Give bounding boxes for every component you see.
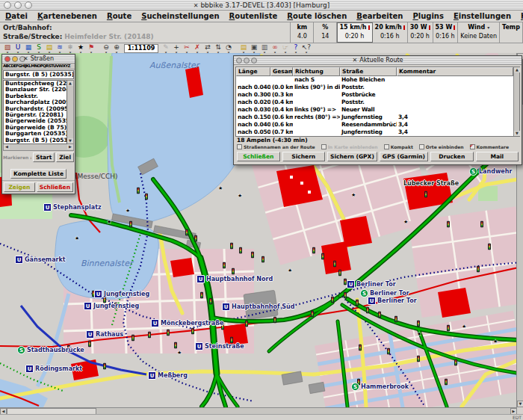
selected-street-entry[interactable]: Burgstr. (B 5) (20535) xyxy=(3,70,74,79)
menu-item[interactable]: Datei xyxy=(5,12,28,20)
scroll-down-icon[interactable]: ▼ xyxy=(67,138,73,143)
stat-cell[interactable]: 30 W▾ 0:20 h xyxy=(408,22,433,43)
scale-input[interactable]: 1:11109 xyxy=(124,44,158,53)
menu-item[interactable]: Einstellungen xyxy=(454,12,511,20)
zeigen-button[interactable]: Zeigen xyxy=(4,182,35,192)
checkbox-icon[interactable] xyxy=(384,144,389,149)
swap-direction-icon[interactable]: ⇄▾ xyxy=(202,43,213,54)
column-header[interactable]: Straße xyxy=(340,67,397,76)
stat-cell[interactable]: %▾ 14 xyxy=(314,22,337,43)
checkbox-icon[interactable] xyxy=(419,144,424,149)
ort-bahnhof-row[interactable]: Ort/Bahnhof: xyxy=(3,23,287,32)
stat-cell[interactable]: 15 km/h▾ 0:20 h xyxy=(337,22,372,43)
context-help-icon[interactable]: ↖?▾ xyxy=(301,43,312,54)
stat-cell[interactable]: Temp▾ xyxy=(500,22,523,43)
schliessen-button[interactable]: Schließen xyxy=(37,182,73,192)
stat-cell[interactable]: km▾ 4.0 xyxy=(291,22,314,43)
stat-cell[interactable]: 53 W▾ 0:16 h xyxy=(433,22,459,43)
scroll-down-icon[interactable]: ▼ xyxy=(514,131,520,136)
stat-cell[interactable]: Wind▾ Keine Daten xyxy=(458,22,500,43)
checkbox-icon[interactable] xyxy=(321,144,327,149)
street-list-scrollbar[interactable]: ▲ ▼ xyxy=(67,80,74,144)
open-file-icon[interactable]: ▤▾ xyxy=(238,43,249,54)
scroll-up-icon[interactable]: ▲ xyxy=(67,81,73,86)
start-button[interactable]: Start xyxy=(33,152,55,162)
stat-cell[interactable]: 20 km/h▾ 0:16 h xyxy=(373,22,408,43)
print-icon[interactable]: ▥▾ xyxy=(259,43,270,54)
menu-item[interactable]: Kartenebenen xyxy=(37,12,97,20)
route-action-button[interactable]: Sichern (GPX) xyxy=(327,152,377,161)
route-action-button[interactable]: Mail xyxy=(476,152,519,161)
route-action-button[interactable]: Drucken xyxy=(430,152,474,161)
table-row[interactable]: nach 0.040 km(0.0 km) links (90°) in die… xyxy=(236,84,513,91)
alphabet-index[interactable]: ABCDEFGHIJKLMNOPQRSTUVWXYZ xyxy=(2,64,75,70)
flag-layer-icon[interactable]: ⚑▾ xyxy=(86,43,96,54)
route-action-button[interactable]: GPS (Garmin) xyxy=(380,152,428,161)
scroll-down-icon[interactable]: ▼ xyxy=(517,401,523,407)
route-window-titlebar[interactable]: ✕Aktuelle Route xyxy=(234,56,522,65)
map-horizontal-scrollbar[interactable]: ◀ ▶ xyxy=(0,407,517,414)
strasse-strecke-row[interactable]: Straße/Strecke:Heimfelder Str. (20148) xyxy=(3,32,287,41)
poi-layer-icon[interactable]: ★▾ xyxy=(75,43,86,54)
table-row[interactable]: nach 0.030 km(0.4 km) links (90°) =>Neue… xyxy=(236,106,513,114)
list-item[interactable]: Burchardstr. (20095) xyxy=(4,106,66,112)
list-item[interactable]: Bürgerweide (B 75) (2053 xyxy=(4,125,66,131)
list-item[interactable]: Bürgerweide (20535) xyxy=(4,118,66,124)
option-checkbox[interactable]: Straßennamen an der Route xyxy=(237,144,315,149)
street-list[interactable]: Buntspechtweg (22547)Bunzlauer Str. (220… xyxy=(3,80,67,144)
ziel-button[interactable]: Ziel xyxy=(56,152,74,162)
list-item[interactable]: Burchardplatz (20095) xyxy=(4,99,66,105)
table-row[interactable]: nach 0.020 km(0.4 km) Poststr. xyxy=(236,99,513,106)
list-item[interactable]: Burggarten (20535) xyxy=(4,131,66,137)
route-action-button[interactable]: Schließen xyxy=(237,152,280,161)
table-row[interactable]: nach 0.150 km(0.6 km) rechts (80°) =>Jun… xyxy=(236,114,513,121)
clock-icon[interactable]: ◔▾ xyxy=(223,43,234,54)
table-row[interactable]: nach 0.040 km(0.6 km) Reesendammbrücke 3… xyxy=(236,121,513,129)
list-item[interactable]: Bürgerstr. (22081) xyxy=(4,112,66,118)
option-checkbox[interactable]: Orte einbinden xyxy=(419,144,464,149)
construction-layer-icon[interactable]: ▨▾ xyxy=(2,43,13,54)
table-row[interactable]: nach 0.300 km(0.3 km) Postbrücke xyxy=(236,91,513,99)
list-item[interactable]: Bunzlauer Str. (22043) xyxy=(4,87,66,93)
option-checkbox[interactable]: Kommentare xyxy=(470,144,509,149)
save-icon[interactable]: ▣▾ xyxy=(249,43,259,54)
route-action-button[interactable]: Sichern xyxy=(282,152,326,161)
ubahn-layer-icon[interactable]: U▾ xyxy=(13,43,23,54)
list-item[interactable]: Burgstr. (B 5) (20535) xyxy=(4,138,66,143)
table-row[interactable]: nach SHohe Bleichen xyxy=(236,76,513,84)
komplette-liste-button[interactable]: Komplette Liste xyxy=(10,169,66,179)
scroll-left-icon[interactable]: ◀ xyxy=(4,144,10,149)
column-header[interactable]: Richtung xyxy=(293,67,340,76)
route-scissors-icon[interactable]: ✂▾ xyxy=(182,43,192,54)
route-delete-icon[interactable]: ✗▾ xyxy=(192,43,202,54)
route-window[interactable]: ✕Aktuelle Route LängeGesamtRichtungStraß… xyxy=(233,55,522,165)
menu-item[interactable]: Route xyxy=(107,12,131,20)
menu-item[interactable]: Route löschen xyxy=(287,12,347,20)
window-titlebar[interactable]: ✕bbbike 3.17-DEVEL [3.403] [Hamburg] xyxy=(0,0,523,10)
move-map-icon[interactable]: +▾ xyxy=(171,43,182,54)
option-checkbox[interactable]: In Karte einblenden xyxy=(321,144,378,149)
map-canvas[interactable]: ★★★★★★★★★★★★★★ UStephansplatzUGänsemarkt… xyxy=(0,53,523,407)
reverse-route-icon[interactable]: ⇅▾ xyxy=(213,43,223,54)
list-item[interactable]: Burbekstr. xyxy=(4,93,66,99)
list-item[interactable]: Buntspechtweg (22547) xyxy=(4,81,66,87)
bicycle-icon[interactable]: ∞▾ xyxy=(270,43,280,54)
scroll-right-icon[interactable]: ▶ xyxy=(67,144,73,149)
menu-item[interactable]: Routenliste xyxy=(229,12,278,20)
menu-item[interactable]: Sucheinstellungen xyxy=(141,12,219,20)
ferry-layer-icon[interactable]: ≋▾ xyxy=(55,43,65,54)
menu-item[interactable]: Bearbeiten xyxy=(356,12,403,20)
menu-item[interactable]: Plugins xyxy=(412,12,444,20)
hand-pointer-icon[interactable]: ☞▾ xyxy=(280,43,291,54)
checkbox-icon[interactable] xyxy=(470,144,475,149)
streets-window[interactable]: ✕Straßen ABCDEFGHIJKLMNOPQRSTUVWXYZ Burg… xyxy=(1,54,75,194)
column-header[interactable]: Kommentar xyxy=(397,67,513,76)
table-row[interactable]: nach 0.050 km(0.7 km) Jungfernstieg 3,4 xyxy=(236,129,513,136)
zoom-out-icon[interactable]: ⊖▾ xyxy=(101,43,111,54)
column-header[interactable]: Länge xyxy=(236,67,270,76)
help-icon[interactable]: ?▾ xyxy=(291,43,301,54)
sbahn-layer-icon[interactable]: S▾ xyxy=(34,43,44,54)
streets-window-titlebar[interactable]: ✕Straßen xyxy=(2,55,75,64)
pencil-icon[interactable]: ✎▾ xyxy=(161,43,171,54)
zoom-in-icon[interactable]: ⊕▾ xyxy=(111,43,122,54)
